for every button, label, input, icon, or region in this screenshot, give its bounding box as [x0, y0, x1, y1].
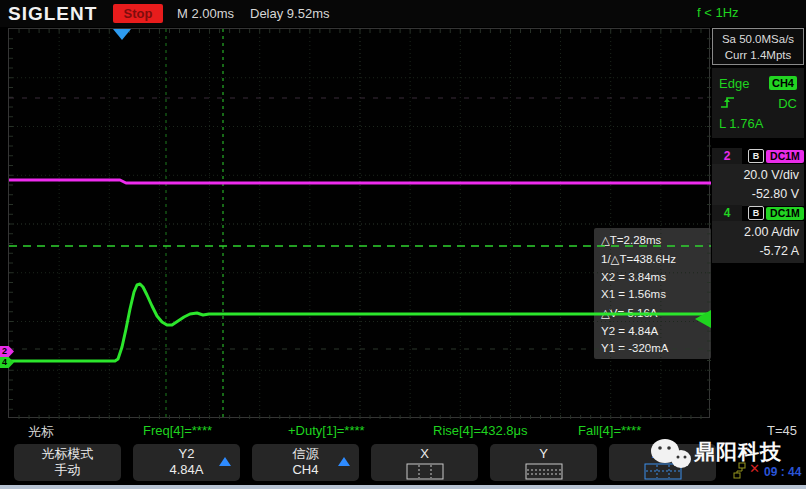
- acquisition-info-box: Sa 50.0MSa/s Curr 1.4Mpts: [712, 28, 804, 65]
- channel2-scale: 20.0 V/div: [712, 166, 799, 185]
- clock: 09 : 44: [764, 465, 801, 479]
- oscilloscope-screen: SIGLENT Stop M 2.00ms Delay 9.52ms f < 1…: [0, 0, 806, 489]
- delay-readout: Delay 9.52ms: [250, 6, 329, 21]
- network-status-icon: [733, 462, 749, 480]
- channel4-coupling-badge: DC1M: [766, 207, 804, 220]
- softkey-y2[interactable]: Y2 4.84A: [133, 444, 240, 481]
- y-cursor-icon: [525, 463, 563, 480]
- softkey-source[interactable]: 信源 CH4: [252, 444, 359, 481]
- channel4-number: 4: [712, 205, 742, 221]
- channel2-coupling-badge: DC1M: [766, 150, 804, 163]
- adjust-up-icon: [338, 457, 350, 466]
- memory-depth: Curr 1.4Mpts: [713, 47, 803, 63]
- wechat-icon: [648, 437, 694, 471]
- softkey-label: Y: [490, 446, 597, 462]
- bandwidth-icon: B: [748, 149, 764, 163]
- trigger-level: L 1.76A: [719, 116, 763, 131]
- cursor-menu-title: 光标: [28, 423, 54, 441]
- screen-bottom-edge: [0, 485, 806, 489]
- rising-edge-icon: [719, 94, 737, 113]
- trigger-coupling: DC: [778, 96, 797, 111]
- x-cursor-icon: [406, 463, 444, 480]
- timebase-readout: M 2.00ms: [177, 6, 234, 21]
- softkey-value: 手动: [14, 462, 121, 478]
- softkey-cursor-mode[interactable]: 光标模式 手动: [14, 444, 121, 481]
- trigger-type: Edge: [719, 76, 749, 91]
- top-bar: SIGLENT Stop M 2.00ms Delay 9.52ms f < 1…: [0, 0, 806, 27]
- sample-rate: Sa 50.0MSa/s: [713, 31, 803, 47]
- channel4-offset: -5.72 A: [712, 242, 799, 261]
- measurement-freq: Freq[4]=****: [143, 423, 212, 438]
- channel4-scale: 2.00 A/div: [712, 223, 799, 242]
- graticule-area: △T=2.28ms 1/△T=438.6Hz X2 = 3.84ms X1 = …: [8, 28, 710, 418]
- softkey-label: X: [371, 446, 478, 462]
- channel4-info-box[interactable]: 4 B DC1M 2.00 A/div -5.72 A: [712, 205, 804, 263]
- trigger-info-box[interactable]: Edge CH4 DC L 1.76A: [712, 68, 804, 138]
- channel2-offset: -52.80 V: [712, 185, 799, 204]
- trigger-frequency-readout: f < 1Hz: [697, 5, 739, 20]
- brand-logo: SIGLENT: [8, 3, 97, 25]
- measurement-fall: Fall[4]=****: [578, 423, 641, 438]
- waveform-display[interactable]: [9, 29, 711, 419]
- channel2-info-box[interactable]: 2 B DC1M 20.0 V/div -52.80 V: [712, 148, 804, 206]
- measurement-rise: Rise[4]=432.8μs: [433, 423, 528, 438]
- adjust-up-icon: [219, 457, 231, 466]
- usb-error-icon: ✕: [749, 461, 760, 476]
- trigger-count: T=45: [767, 423, 797, 438]
- softkey-y-cursor[interactable]: Y: [490, 444, 597, 481]
- channel2-number: 2: [712, 148, 742, 164]
- bandwidth-icon: B: [748, 206, 764, 220]
- measurement-duty: +Duty[1]=****: [288, 423, 365, 438]
- softkey-label: 光标模式: [14, 446, 121, 462]
- trigger-source-badge: CH4: [769, 76, 797, 90]
- run-state-badge[interactable]: Stop: [113, 4, 163, 23]
- softkey-x-cursor[interactable]: X: [371, 444, 478, 481]
